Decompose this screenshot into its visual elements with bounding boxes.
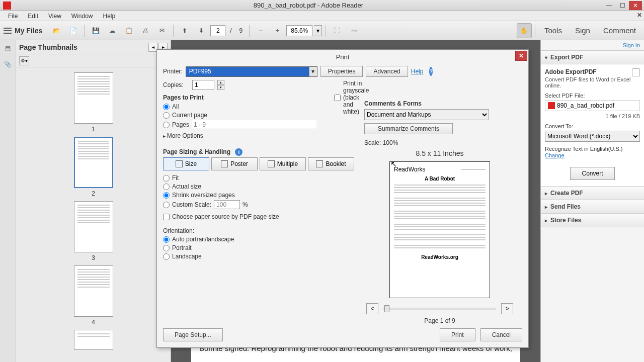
page-separator: / (230, 27, 231, 34)
email-icon[interactable]: ✉ (154, 23, 170, 38)
print-dialog: Print ✕ Printer: PDF995 ▾ Properties Adv… (156, 49, 529, 348)
page-dimensions: 8.5 x 11 Inches (364, 149, 515, 157)
page-number-input[interactable] (210, 25, 225, 36)
radio-orient-portrait[interactable] (163, 245, 170, 251)
attachments-icon[interactable]: 📎 (3, 59, 13, 69)
zoom-in-icon[interactable]: + (270, 23, 285, 38)
radio-custom[interactable] (163, 202, 170, 208)
zoom-dropdown-icon[interactable]: ▾ (314, 25, 322, 36)
preview-slider[interactable] (383, 308, 496, 310)
paper-source-checkbox[interactable] (163, 214, 170, 220)
copies-spinner[interactable]: ▴▾ (217, 80, 224, 90)
comments-forms-select[interactable]: Document and Markups (364, 109, 489, 120)
store-files-header[interactable]: Store Files (541, 214, 644, 227)
send-files-header[interactable]: Send Files (541, 200, 644, 214)
comments-section-title: Comments & Forms (364, 100, 515, 107)
tools-panel-button[interactable]: Tools (538, 23, 568, 38)
selected-file-row[interactable]: 890_a_bad_robot.pdf (545, 100, 640, 111)
menu-view[interactable]: View (43, 12, 66, 21)
create-pdf-header[interactable]: Create PDF (541, 187, 644, 200)
poster-button[interactable]: Poster (211, 157, 258, 170)
multiple-button[interactable]: Multiple (260, 157, 306, 170)
preview-prev-button[interactable]: < (366, 303, 378, 314)
printer-label: Printer: (163, 68, 183, 75)
save-copy-icon[interactable]: 📋 (121, 23, 136, 38)
summarize-button[interactable]: Summarize Comments (364, 123, 453, 134)
cloud-icon[interactable]: ☁ (105, 23, 120, 38)
page-setup-button[interactable]: Page Setup... (163, 328, 223, 341)
comment-panel-button[interactable]: Comment (597, 23, 642, 38)
advanced-button[interactable]: Advanced (366, 66, 408, 77)
preview-footer: ReadWorks.org (394, 254, 486, 260)
create-icon[interactable]: 📄 (65, 23, 80, 38)
thumb-3[interactable]: 3 (74, 201, 113, 261)
read-mode-icon[interactable]: ▭ (346, 23, 361, 38)
print-icon[interactable]: 🖨 (138, 23, 153, 38)
radio-shrink[interactable] (163, 192, 170, 199)
radio-current[interactable] (163, 112, 170, 119)
copies-input[interactable] (192, 80, 214, 90)
thumb-2[interactable]: 2 (74, 137, 113, 197)
grayscale-checkbox[interactable] (334, 95, 341, 101)
page-down-icon[interactable]: ⬇ (194, 23, 209, 38)
zoom-input[interactable] (286, 25, 312, 36)
thumbs-options-icon[interactable]: ⚙▾ (19, 56, 29, 65)
my-files-label[interactable]: My Files (15, 27, 42, 35)
thumbnails-icon[interactable]: ▤ (3, 43, 13, 53)
properties-button[interactable]: Properties (320, 66, 363, 77)
radio-pages[interactable] (163, 122, 170, 128)
page-up-icon[interactable]: ⬆ (177, 23, 192, 38)
export-pdf-header[interactable]: Export PDF (541, 51, 644, 64)
radio-actual[interactable] (163, 184, 170, 190)
thumb-1[interactable]: 1 (74, 72, 113, 133)
cancel-button[interactable]: Cancel (480, 328, 522, 341)
print-button[interactable]: Print (440, 328, 475, 341)
thumb-5[interactable] (74, 330, 113, 350)
sizing-info-icon[interactable]: i (235, 148, 243, 156)
convert-format-select[interactable]: Microsoft Word (*.docx) (545, 131, 640, 142)
maximize-button[interactable]: ☐ (616, 1, 629, 10)
export-desc: Convert PDF files to Word or Excel onlin… (545, 76, 640, 88)
printer-select[interactable]: PDF995 ▾ (186, 66, 317, 77)
pages-range-input[interactable] (192, 120, 316, 129)
open-icon[interactable]: 📂 (49, 23, 64, 38)
radio-orient-landscape[interactable] (163, 253, 170, 260)
booklet-button[interactable]: Booklet (308, 157, 354, 170)
zoom-out-icon[interactable]: − (253, 23, 268, 38)
change-link[interactable]: Change (545, 152, 565, 158)
convert-button[interactable]: Convert (570, 167, 614, 180)
export-refresh-icon[interactable] (632, 68, 640, 76)
preview-next-button[interactable]: > (501, 303, 513, 314)
save-icon[interactable]: 💾 (88, 23, 103, 38)
menu-window[interactable]: Window (66, 12, 98, 21)
menu-file[interactable]: File (3, 12, 23, 21)
thumb-4[interactable]: 4 (74, 265, 113, 326)
fit-page-icon[interactable]: ⛶ (330, 23, 345, 38)
sign-panel-button[interactable]: Sign (569, 23, 596, 38)
pages-section-title: Pages to Print (163, 94, 359, 101)
dialog-close-button[interactable]: ✕ (515, 51, 527, 61)
printer-dropdown-icon[interactable]: ▾ (309, 67, 317, 76)
custom-scale-input[interactable] (214, 200, 240, 209)
menu-edit[interactable]: Edit (23, 12, 43, 21)
more-options-toggle[interactable]: More Options (163, 132, 359, 139)
minimize-button[interactable]: — (603, 1, 616, 10)
sign-in-link[interactable]: Sign In (541, 40, 644, 50)
sizing-section-title: Page Sizing & Handling (163, 148, 230, 155)
hand-tool-icon[interactable]: ✋ (517, 23, 532, 38)
orientation-label: Orientation: (163, 227, 359, 234)
close-document-button[interactable]: ✕ (637, 12, 642, 19)
help-icon[interactable]: ? (429, 67, 433, 76)
size-button[interactable]: Size (163, 157, 209, 170)
radio-fit[interactable] (163, 175, 170, 182)
close-window-button[interactable]: ✕ (629, 1, 642, 10)
radio-all[interactable] (163, 104, 170, 110)
thumbs-list[interactable]: 1 2 3 4 (16, 67, 171, 362)
preview-page-label: Page 1 of 9 (364, 317, 515, 324)
window-title: 890_a_bad_robot.pdf - Adobe Reader (14, 2, 603, 9)
menu-help[interactable]: Help (98, 12, 121, 21)
hamburger-icon[interactable] (2, 25, 13, 36)
titlebar: 890_a_bad_robot.pdf - Adobe Reader — ☐ ✕ (0, 0, 644, 11)
radio-orient-auto[interactable] (163, 236, 170, 243)
help-link[interactable]: Help (411, 68, 424, 75)
